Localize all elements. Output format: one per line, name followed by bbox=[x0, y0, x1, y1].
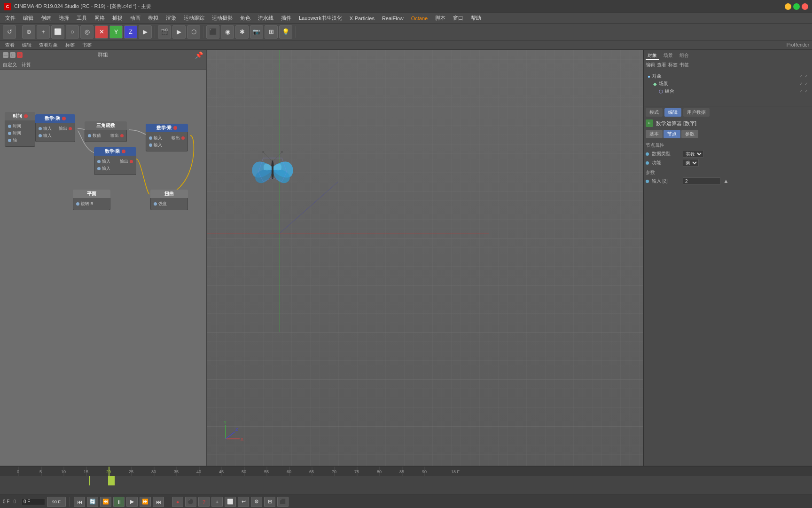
transport-last[interactable]: ⬛ bbox=[277, 497, 289, 507]
obj-view[interactable]: 查看 bbox=[657, 62, 666, 68]
transport-pause[interactable]: ⏸ bbox=[113, 497, 125, 507]
obj-edit[interactable]: 编辑 bbox=[646, 62, 655, 68]
menu-script[interactable]: 脚本 bbox=[432, 14, 449, 23]
menu-laubwerk[interactable]: Laubwerk书生汉化 bbox=[296, 14, 345, 23]
transport-loop[interactable]: 🔄 bbox=[87, 497, 98, 507]
subtab-param[interactable]: 参数 bbox=[681, 130, 698, 138]
menu-sim[interactable]: 模拟 bbox=[145, 14, 162, 23]
menu-help[interactable]: 帮助 bbox=[468, 14, 484, 23]
menu-select[interactable]: 选择 bbox=[55, 14, 72, 23]
node-math1[interactable]: 数学·乘 输入 输出 输入 bbox=[35, 114, 75, 142]
node-math3[interactable]: 数学·乘 输入 输出 输入 bbox=[94, 147, 136, 175]
node-plane[interactable]: 平面 旋转·B bbox=[73, 190, 110, 210]
win-controls[interactable] bbox=[785, 3, 808, 10]
node-time[interactable]: 时间 时间 时间 轴 bbox=[5, 112, 35, 147]
toolbar-render[interactable]: ⬡ bbox=[187, 25, 200, 39]
prop-datatype-select[interactable]: 实数 bbox=[683, 150, 703, 158]
transport-record[interactable]: ● bbox=[172, 497, 183, 507]
menu-tools[interactable]: 工具 bbox=[73, 14, 90, 23]
node-warp[interactable]: 扭曲 强度 bbox=[150, 190, 188, 210]
transport-goto-end[interactable]: ⏭ bbox=[153, 497, 164, 507]
toolbar-btn-x[interactable]: ✕ bbox=[95, 25, 108, 39]
toolbar-undo[interactable]: ↺ bbox=[3, 25, 16, 39]
prop-func-select[interactable]: 乘 bbox=[683, 159, 699, 167]
keyframe-marker[interactable] bbox=[108, 476, 115, 485]
toolbar-btn-y[interactable]: Y bbox=[109, 25, 123, 39]
menu-mesh[interactable]: 网格 bbox=[91, 14, 108, 23]
maximize-button[interactable] bbox=[793, 3, 800, 10]
menu-edit[interactable]: 编辑 bbox=[20, 14, 37, 23]
menu-snap[interactable]: 捕捉 bbox=[109, 14, 126, 23]
menu-motion-track[interactable]: 运动跟踪 bbox=[180, 14, 208, 23]
subtab-node[interactable]: 节点 bbox=[664, 130, 680, 138]
ne-calc[interactable]: 计算 bbox=[22, 62, 31, 68]
sub-obj[interactable]: 查看对象 bbox=[37, 41, 60, 49]
node-canvas[interactable]: 时间 时间 时间 轴 数学·乘 输入 输出 bbox=[0, 70, 206, 466]
ne-pin[interactable]: 📌 bbox=[195, 51, 203, 59]
toolbar-btn2[interactable]: + bbox=[37, 25, 50, 39]
transport-add-key[interactable]: + bbox=[211, 497, 223, 507]
ne-win-controls[interactable]: — □ ✕ bbox=[3, 52, 23, 58]
menu-xparticles[interactable]: X-Particles bbox=[346, 15, 378, 22]
transport-prev[interactable]: ⏪ bbox=[100, 497, 111, 507]
toolbar-play[interactable]: ▶ bbox=[172, 25, 186, 39]
ne-maximize[interactable]: □ bbox=[10, 52, 16, 58]
rctab-user[interactable]: 用户数据 bbox=[683, 108, 710, 117]
toolbar-btn6[interactable]: ▶ bbox=[139, 25, 152, 39]
menu-create[interactable]: 创建 bbox=[38, 14, 55, 23]
toolbar-btn1[interactable]: ⊕ bbox=[22, 25, 35, 39]
menu-window[interactable]: 窗口 bbox=[450, 14, 467, 23]
toolbar-btn-z[interactable]: Z bbox=[124, 25, 137, 39]
viewport[interactable]: Y X Z bbox=[207, 50, 643, 466]
transport-play[interactable]: ▶ bbox=[126, 497, 138, 507]
menu-render[interactable]: 渲染 bbox=[163, 14, 180, 23]
ne-custom[interactable]: 自定义 bbox=[3, 62, 17, 68]
menu-file[interactable]: 文件 bbox=[2, 14, 19, 23]
transport-auto[interactable]: ⚫ bbox=[185, 497, 196, 507]
sub-bookmark[interactable]: 书签 bbox=[80, 41, 94, 49]
toolbar-light[interactable]: ✱ bbox=[235, 25, 249, 39]
toolbar-btn4[interactable]: ○ bbox=[66, 25, 79, 39]
toolbar-lamp[interactable]: 💡 bbox=[279, 25, 292, 39]
sub-edit[interactable]: 编辑 bbox=[20, 41, 34, 49]
menu-pipeline[interactable]: 流水线 bbox=[255, 14, 277, 23]
rctab-mode[interactable]: 模式 bbox=[646, 108, 663, 117]
close-button[interactable] bbox=[802, 3, 808, 10]
rctab-edit[interactable]: 编辑 bbox=[664, 108, 681, 117]
menu-motion-cam[interactable]: 运动摄影 bbox=[209, 14, 236, 23]
timeline-track[interactable] bbox=[0, 476, 812, 485]
menu-char[interactable]: 角色 bbox=[237, 14, 254, 23]
transport-del-key[interactable]: ⬜ bbox=[225, 497, 236, 507]
ne-minimize[interactable]: — bbox=[3, 52, 8, 58]
menu-octane[interactable]: Octane bbox=[408, 15, 431, 22]
obj-tag[interactable]: 标签 bbox=[668, 62, 678, 68]
transport-key-prev[interactable]: ↩ bbox=[238, 497, 249, 507]
prop-input-value[interactable] bbox=[683, 177, 720, 185]
rtab-scene[interactable]: 场景 bbox=[662, 52, 675, 60]
node-math2[interactable]: 数学·乘 输入 输出 输入 bbox=[146, 124, 188, 151]
toolbar-btn3[interactable]: ⬜ bbox=[51, 25, 64, 39]
transport-info[interactable]: ? bbox=[198, 497, 210, 507]
obj-bookmark[interactable]: 书签 bbox=[679, 62, 689, 68]
toolbar-cube[interactable]: ⬛ bbox=[206, 25, 219, 39]
menu-realflow[interactable]: RealFlow bbox=[379, 15, 407, 22]
menu-plugin[interactable]: 插件 bbox=[278, 14, 295, 23]
prop-input-up[interactable]: ▲ bbox=[723, 178, 729, 184]
toolbar-btn5[interactable]: ◎ bbox=[80, 25, 94, 39]
minimize-button[interactable] bbox=[785, 3, 791, 10]
rtab-group[interactable]: 组合 bbox=[678, 52, 691, 60]
transport-key-mode[interactable]: ⊞ bbox=[264, 497, 275, 507]
toolbar-grid[interactable]: ⊞ bbox=[265, 25, 278, 39]
frame-input[interactable] bbox=[22, 498, 45, 505]
obj-item-group[interactable]: ⬡ 组合 ✓ ✓ bbox=[648, 88, 808, 95]
obj-item-camera[interactable]: ● 对象 ✓ ✓ bbox=[648, 73, 808, 79]
transport-goto-start[interactable]: ⏮ bbox=[74, 497, 85, 507]
subtab-basic[interactable]: 基本 bbox=[646, 130, 663, 138]
node-trig[interactable]: 三角函数 数值 输出 bbox=[85, 121, 127, 142]
transport-key-next[interactable]: ⚙ bbox=[251, 497, 262, 507]
sub-tag[interactable]: 标签 bbox=[63, 41, 77, 49]
toolbar-sphere[interactable]: ◉ bbox=[221, 25, 234, 39]
sub-view[interactable]: 查看 bbox=[3, 41, 17, 49]
rtab-object[interactable]: 对象 bbox=[646, 52, 659, 60]
toolbar-film[interactable]: 🎬 bbox=[158, 25, 171, 39]
